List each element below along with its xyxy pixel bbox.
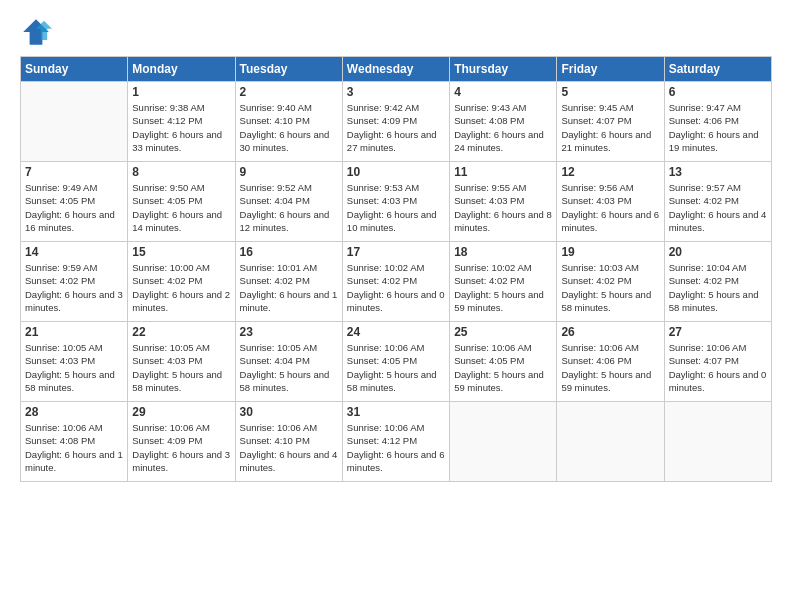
logo: [20, 16, 56, 48]
day-cell: [557, 402, 664, 482]
page: SundayMondayTuesdayWednesdayThursdayFrid…: [0, 0, 792, 612]
day-info: Sunrise: 10:02 AMSunset: 4:02 PMDaylight…: [454, 261, 552, 314]
day-number: 17: [347, 245, 445, 259]
day-cell: 9Sunrise: 9:52 AMSunset: 4:04 PMDaylight…: [235, 162, 342, 242]
day-number: 7: [25, 165, 123, 179]
day-info: Sunrise: 9:40 AMSunset: 4:10 PMDaylight:…: [240, 101, 338, 154]
day-info: Sunrise: 10:06 AMSunset: 4:12 PMDaylight…: [347, 421, 445, 474]
day-info: Sunrise: 10:06 AMSunset: 4:08 PMDaylight…: [25, 421, 123, 474]
weekday-header-wednesday: Wednesday: [342, 57, 449, 82]
day-info: Sunrise: 9:42 AMSunset: 4:09 PMDaylight:…: [347, 101, 445, 154]
day-cell: 26Sunrise: 10:06 AMSunset: 4:06 PMDaylig…: [557, 322, 664, 402]
day-number: 26: [561, 325, 659, 339]
day-number: 30: [240, 405, 338, 419]
header: [20, 16, 772, 48]
day-info: Sunrise: 9:57 AMSunset: 4:02 PMDaylight:…: [669, 181, 767, 234]
day-number: 15: [132, 245, 230, 259]
day-number: 31: [347, 405, 445, 419]
day-number: 9: [240, 165, 338, 179]
day-info: Sunrise: 9:52 AMSunset: 4:04 PMDaylight:…: [240, 181, 338, 234]
day-number: 2: [240, 85, 338, 99]
day-cell: 22Sunrise: 10:05 AMSunset: 4:03 PMDaylig…: [128, 322, 235, 402]
week-row-2: 7Sunrise: 9:49 AMSunset: 4:05 PMDaylight…: [21, 162, 772, 242]
weekday-header-row: SundayMondayTuesdayWednesdayThursdayFrid…: [21, 57, 772, 82]
day-info: Sunrise: 10:03 AMSunset: 4:02 PMDaylight…: [561, 261, 659, 314]
week-row-1: 1Sunrise: 9:38 AMSunset: 4:12 PMDaylight…: [21, 82, 772, 162]
day-info: Sunrise: 10:02 AMSunset: 4:02 PMDaylight…: [347, 261, 445, 314]
day-cell: 16Sunrise: 10:01 AMSunset: 4:02 PMDaylig…: [235, 242, 342, 322]
day-info: Sunrise: 9:45 AMSunset: 4:07 PMDaylight:…: [561, 101, 659, 154]
week-row-4: 21Sunrise: 10:05 AMSunset: 4:03 PMDaylig…: [21, 322, 772, 402]
day-number: 24: [347, 325, 445, 339]
day-cell: 10Sunrise: 9:53 AMSunset: 4:03 PMDayligh…: [342, 162, 449, 242]
day-cell: 3Sunrise: 9:42 AMSunset: 4:09 PMDaylight…: [342, 82, 449, 162]
day-number: 14: [25, 245, 123, 259]
day-cell: 31Sunrise: 10:06 AMSunset: 4:12 PMDaylig…: [342, 402, 449, 482]
day-info: Sunrise: 10:06 AMSunset: 4:05 PMDaylight…: [347, 341, 445, 394]
weekday-header-monday: Monday: [128, 57, 235, 82]
weekday-header-friday: Friday: [557, 57, 664, 82]
day-cell: [450, 402, 557, 482]
day-info: Sunrise: 10:05 AMSunset: 4:03 PMDaylight…: [25, 341, 123, 394]
day-number: 23: [240, 325, 338, 339]
day-cell: 18Sunrise: 10:02 AMSunset: 4:02 PMDaylig…: [450, 242, 557, 322]
day-info: Sunrise: 10:00 AMSunset: 4:02 PMDaylight…: [132, 261, 230, 314]
day-number: 3: [347, 85, 445, 99]
calendar: SundayMondayTuesdayWednesdayThursdayFrid…: [20, 56, 772, 482]
day-number: 21: [25, 325, 123, 339]
day-cell: 4Sunrise: 9:43 AMSunset: 4:08 PMDaylight…: [450, 82, 557, 162]
day-number: 10: [347, 165, 445, 179]
day-cell: 27Sunrise: 10:06 AMSunset: 4:07 PMDaylig…: [664, 322, 771, 402]
day-info: Sunrise: 10:06 AMSunset: 4:10 PMDaylight…: [240, 421, 338, 474]
day-info: Sunrise: 10:06 AMSunset: 4:06 PMDaylight…: [561, 341, 659, 394]
day-number: 11: [454, 165, 552, 179]
day-number: 4: [454, 85, 552, 99]
day-number: 18: [454, 245, 552, 259]
day-cell: 12Sunrise: 9:56 AMSunset: 4:03 PMDayligh…: [557, 162, 664, 242]
weekday-header-saturday: Saturday: [664, 57, 771, 82]
day-info: Sunrise: 9:38 AMSunset: 4:12 PMDaylight:…: [132, 101, 230, 154]
day-number: 27: [669, 325, 767, 339]
day-info: Sunrise: 9:53 AMSunset: 4:03 PMDaylight:…: [347, 181, 445, 234]
day-info: Sunrise: 10:04 AMSunset: 4:02 PMDaylight…: [669, 261, 767, 314]
day-number: 1: [132, 85, 230, 99]
day-cell: [21, 82, 128, 162]
day-number: 16: [240, 245, 338, 259]
day-info: Sunrise: 10:06 AMSunset: 4:05 PMDaylight…: [454, 341, 552, 394]
day-number: 6: [669, 85, 767, 99]
day-cell: 17Sunrise: 10:02 AMSunset: 4:02 PMDaylig…: [342, 242, 449, 322]
day-number: 8: [132, 165, 230, 179]
day-info: Sunrise: 9:50 AMSunset: 4:05 PMDaylight:…: [132, 181, 230, 234]
day-cell: 28Sunrise: 10:06 AMSunset: 4:08 PMDaylig…: [21, 402, 128, 482]
day-info: Sunrise: 9:59 AMSunset: 4:02 PMDaylight:…: [25, 261, 123, 314]
day-number: 13: [669, 165, 767, 179]
day-cell: 8Sunrise: 9:50 AMSunset: 4:05 PMDaylight…: [128, 162, 235, 242]
day-info: Sunrise: 10:05 AMSunset: 4:04 PMDaylight…: [240, 341, 338, 394]
day-info: Sunrise: 9:56 AMSunset: 4:03 PMDaylight:…: [561, 181, 659, 234]
day-cell: 30Sunrise: 10:06 AMSunset: 4:10 PMDaylig…: [235, 402, 342, 482]
day-number: 20: [669, 245, 767, 259]
weekday-header-sunday: Sunday: [21, 57, 128, 82]
day-cell: 25Sunrise: 10:06 AMSunset: 4:05 PMDaylig…: [450, 322, 557, 402]
day-number: 28: [25, 405, 123, 419]
day-cell: 19Sunrise: 10:03 AMSunset: 4:02 PMDaylig…: [557, 242, 664, 322]
day-number: 5: [561, 85, 659, 99]
day-info: Sunrise: 9:55 AMSunset: 4:03 PMDaylight:…: [454, 181, 552, 234]
day-cell: 7Sunrise: 9:49 AMSunset: 4:05 PMDaylight…: [21, 162, 128, 242]
day-number: 19: [561, 245, 659, 259]
day-info: Sunrise: 10:05 AMSunset: 4:03 PMDaylight…: [132, 341, 230, 394]
day-cell: 15Sunrise: 10:00 AMSunset: 4:02 PMDaylig…: [128, 242, 235, 322]
day-cell: [664, 402, 771, 482]
day-cell: 1Sunrise: 9:38 AMSunset: 4:12 PMDaylight…: [128, 82, 235, 162]
day-cell: 6Sunrise: 9:47 AMSunset: 4:06 PMDaylight…: [664, 82, 771, 162]
day-info: Sunrise: 10:06 AMSunset: 4:09 PMDaylight…: [132, 421, 230, 474]
day-cell: 2Sunrise: 9:40 AMSunset: 4:10 PMDaylight…: [235, 82, 342, 162]
day-info: Sunrise: 10:06 AMSunset: 4:07 PMDaylight…: [669, 341, 767, 394]
week-row-5: 28Sunrise: 10:06 AMSunset: 4:08 PMDaylig…: [21, 402, 772, 482]
day-cell: 29Sunrise: 10:06 AMSunset: 4:09 PMDaylig…: [128, 402, 235, 482]
weekday-header-tuesday: Tuesday: [235, 57, 342, 82]
day-cell: 14Sunrise: 9:59 AMSunset: 4:02 PMDayligh…: [21, 242, 128, 322]
weekday-header-thursday: Thursday: [450, 57, 557, 82]
logo-icon: [20, 16, 52, 48]
day-cell: 23Sunrise: 10:05 AMSunset: 4:04 PMDaylig…: [235, 322, 342, 402]
